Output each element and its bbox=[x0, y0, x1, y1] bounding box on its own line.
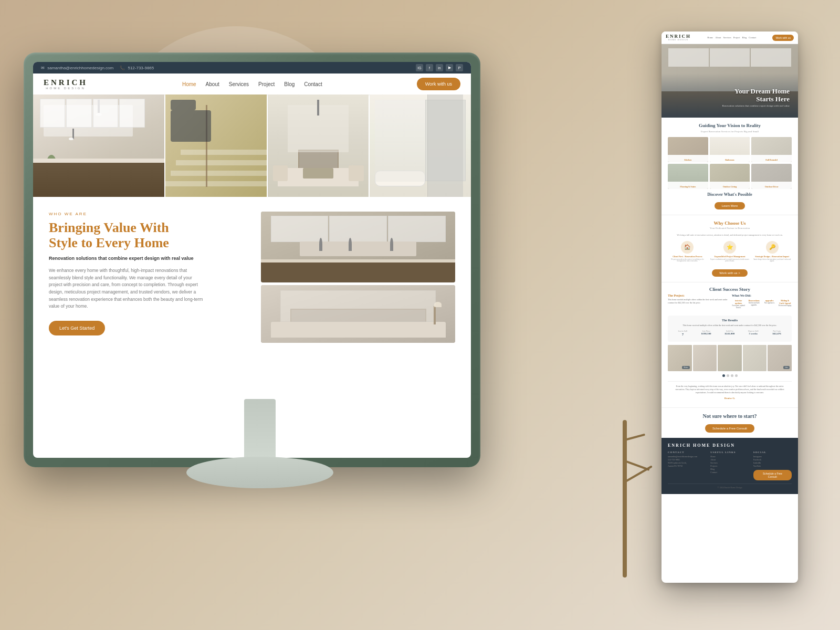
success-content: The Project: This home needed multiple o… bbox=[668, 294, 792, 312]
body-copy: We enhance every home with thoughtful, h… bbox=[49, 267, 206, 310]
nav-home[interactable]: Home bbox=[182, 81, 196, 87]
gallery-img-3 bbox=[718, 345, 742, 371]
phone-nav-project[interactable]: Project bbox=[733, 36, 740, 39]
dot-1[interactable] bbox=[722, 374, 725, 377]
did-staging: Hiding & Curb Appeal Professional stagin… bbox=[779, 299, 792, 309]
did-items: interior updates Fresh paint, updated fi… bbox=[732, 299, 792, 309]
why-features: 🏠 Client First - Renovation Process We p… bbox=[668, 241, 792, 263]
phone-nav: ENRICH HOME DESIGN Home About Services P… bbox=[662, 32, 798, 44]
about-images bbox=[261, 212, 455, 343]
feature-client-first: 🏠 Client First - Renovation Process We p… bbox=[668, 241, 707, 263]
service-outdoor-decor: Outdoor Décor bbox=[751, 164, 792, 189]
phone-contact: 📞 512-733-9865 bbox=[120, 66, 154, 70]
did-renovations: Renovations Kitchen and bath upgrades. bbox=[748, 299, 761, 309]
feature-project-mgmt: ⭐ Unparalleled Project Management Expert… bbox=[710, 241, 750, 263]
what-we-did: What We Did: interior updates Fresh pain… bbox=[732, 294, 792, 312]
services-grid: Kitchen Bathroom Full Remodel Flooring &… bbox=[668, 137, 792, 189]
footer-columns: CONTACT samantha@enrichhomedesign.com512… bbox=[668, 451, 792, 480]
gallery-img-4 bbox=[743, 345, 767, 371]
hero-living-panel bbox=[268, 94, 369, 197]
phone-why-section: Why Choose Us Your Dedicated Partner in … bbox=[662, 215, 798, 282]
hero-bath-panel bbox=[370, 94, 471, 197]
results-text: This home received multiple offers withi… bbox=[672, 324, 788, 327]
phone-footer: ENRICH HOME DESIGN CONTACT samantha@enri… bbox=[662, 438, 798, 494]
service-flooring: Flooring & Stairs bbox=[668, 164, 708, 189]
testimonial: From the very beginning, working with th… bbox=[668, 381, 792, 404]
linkedin-icon[interactable]: in bbox=[436, 64, 443, 71]
hero-stairs-panel bbox=[165, 94, 267, 197]
navigation: ENRICH HOME DESIGN Home About Services P… bbox=[33, 74, 471, 94]
footer-logo: ENRICH HOME DESIGN bbox=[668, 443, 792, 448]
phone-cta-button[interactable]: Work with us bbox=[772, 35, 794, 41]
did-upgrades: upgrades New appliances. bbox=[763, 299, 776, 309]
instagram-icon[interactable]: IG bbox=[416, 64, 423, 71]
phone-nav-links: Home About Services Project Blog Contact bbox=[707, 36, 756, 39]
learn-more-button[interactable]: Learn More bbox=[715, 202, 746, 209]
carousel-dots bbox=[668, 374, 792, 377]
phone-nav-blog[interactable]: Blog bbox=[742, 36, 747, 39]
who-we-are-label: WHO WE ARE bbox=[49, 212, 243, 216]
why-body-text: We bring a full suite of renovation serv… bbox=[668, 234, 792, 237]
discover-title: Discover What's Possible bbox=[668, 192, 792, 197]
email-icon: ✉ bbox=[41, 66, 45, 70]
project-image-living bbox=[261, 285, 455, 343]
feature-design: 🔑 Strategic Design + Renovation Impact S… bbox=[752, 241, 792, 263]
project-info: The Project: This home needed multiple o… bbox=[668, 294, 728, 312]
phone-logo: ENRICH HOME DESIGN bbox=[666, 34, 691, 41]
stat-list-price: List Price $198,500 bbox=[696, 330, 717, 337]
dot-3[interactable] bbox=[731, 374, 733, 377]
facebook-icon[interactable]: f bbox=[426, 64, 433, 71]
lets-get-started-button[interactable]: Let's Get Started bbox=[49, 321, 105, 335]
phone-nav-contact[interactable]: Contact bbox=[749, 36, 756, 39]
client-first-icon: 🏠 bbox=[681, 241, 694, 254]
gallery-img-5: After bbox=[768, 345, 792, 371]
stat-days: Days to Sell 5 weeks bbox=[742, 330, 764, 337]
phone-not-sure-section: Not sure where to start? Schedule a Free… bbox=[662, 407, 798, 438]
phone-icon: 📞 bbox=[120, 66, 125, 70]
phone-hero: Your Dream Home Starts Here Renovation s… bbox=[662, 44, 798, 118]
monitor-stand-neck bbox=[244, 399, 276, 462]
hero-section bbox=[33, 94, 471, 197]
footer-consult-button[interactable]: Schedule a Free Consult bbox=[753, 470, 792, 480]
tagline: Renovation solutions that combine expert… bbox=[49, 256, 243, 261]
nav-blog[interactable]: Blog bbox=[284, 81, 295, 87]
gallery-row: Before After bbox=[668, 345, 792, 371]
stat-sold-for: Sold For $241,000 bbox=[719, 330, 741, 337]
nav-menu: Home About Services Project Blog Contact bbox=[182, 81, 322, 87]
phone-nav-about[interactable]: About bbox=[715, 36, 721, 39]
project-mgmt-icon: ⭐ bbox=[723, 241, 736, 254]
footer-copyright: © 2024 Enrich Home Design bbox=[668, 484, 792, 489]
phone-hero-text: Your Dream Home Starts Here Renovation s… bbox=[722, 87, 790, 107]
dot-4[interactable] bbox=[735, 374, 738, 377]
nav-services[interactable]: Services bbox=[229, 81, 249, 87]
email-contact: ✉ samantha@enrichhomedesign.com bbox=[41, 66, 113, 70]
work-with-us-phone-btn[interactable]: Work with us > bbox=[712, 269, 747, 277]
phone-mockup: ENRICH HOME DESIGN Home About Services P… bbox=[662, 32, 798, 583]
youtube-icon[interactable]: ▶ bbox=[446, 64, 453, 71]
phone-hero-title: Your Dream Home Starts Here bbox=[722, 87, 790, 103]
stat-list-sell: List to Sell 7 bbox=[672, 330, 694, 337]
monitor-stand-base bbox=[186, 457, 333, 488]
schedule-consult-button[interactable]: Schedule a Free Consult bbox=[705, 424, 754, 433]
pinterest-icon[interactable]: P bbox=[456, 64, 463, 71]
dot-2[interactable] bbox=[727, 374, 729, 377]
design-icon: 🔑 bbox=[766, 241, 779, 254]
work-with-us-button[interactable]: Work with us bbox=[417, 78, 460, 90]
nav-project[interactable]: Project bbox=[258, 81, 275, 87]
nav-about[interactable]: About bbox=[206, 81, 219, 87]
footer-social-col: SOCIAL InstagramFacebookLinkedInYouTube … bbox=[753, 451, 792, 480]
footer-contact-col: CONTACT samantha@enrichhomedesign.com512… bbox=[668, 451, 706, 480]
phone-services-section: Guiding Your Vision to Reality Expert Re… bbox=[662, 118, 798, 215]
phone-nav-home[interactable]: Home bbox=[707, 36, 713, 39]
phone-nav-services[interactable]: Services bbox=[723, 36, 731, 39]
gallery-img-2 bbox=[693, 345, 717, 371]
did-interior: interior updates Fresh paint, updated fi… bbox=[732, 299, 746, 309]
testimonial-name: Denise G. bbox=[674, 396, 785, 401]
about-section: WHO WE ARE Bringing Value With Style to … bbox=[33, 197, 471, 358]
hero-kitchen-panel bbox=[33, 94, 164, 197]
nav-contact[interactable]: Contact bbox=[304, 81, 322, 87]
phone-hero-subtext: Renovation solutions that combine expert… bbox=[722, 104, 790, 107]
logo: ENRICH HOME DESIGN bbox=[44, 79, 88, 90]
stats-row: List to Sell 7 List Price $198,500 Sold … bbox=[672, 330, 788, 337]
service-kitchen: Kitchen bbox=[668, 137, 708, 162]
